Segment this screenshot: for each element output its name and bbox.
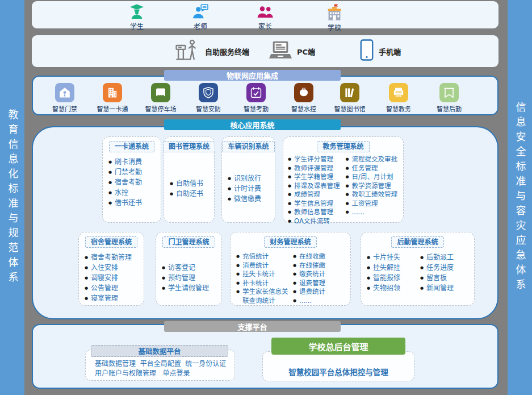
terminal-label: PC端 xyxy=(297,46,315,57)
system-item: ●...... xyxy=(293,297,349,306)
system-item-list: ●访客登记●预约管理●学生请假管理 xyxy=(162,263,220,293)
bullet-icon: ● xyxy=(367,283,370,293)
system-item-list: ●学生评分管理●教师评课管理●学生学籍管理●排课及课表管理●成绩管理●学生信息管… xyxy=(288,155,345,226)
system-card: 后勤管理系统 ●卡片挂失●挂失解挂●智能报修●失物招领●后勤派工●任务进度●留言… xyxy=(361,232,475,306)
system-item: ●消费统计 xyxy=(236,261,292,271)
iot-item: 智慧停车场 xyxy=(139,83,183,113)
bullet-icon: ● xyxy=(228,194,231,204)
system-item: ●挂失解挂 xyxy=(367,263,419,273)
bullet-icon: ● xyxy=(170,189,173,199)
iot-label: 智慧教务 xyxy=(376,104,421,113)
school-backend-card: 智慧校园平台总体把控与管理 xyxy=(262,351,414,381)
system-item: ●成绩管理 xyxy=(288,190,345,199)
user-item: 学生 xyxy=(116,3,157,31)
phone-icon xyxy=(360,39,374,63)
bullet-icon: ● xyxy=(228,173,231,184)
system-card: 教务管理系统 ●学生评分管理●教师评课管理●学生学籍管理●排课及课表管理●成绩管… xyxy=(283,136,404,223)
iot-section: 智慧门禁 智慧一卡通 智慧停车场 智慧安防 智慧考勤 智慧水控 智慧图书馆 智慧… xyxy=(32,76,499,115)
terminal-label: 手机端 xyxy=(379,46,401,57)
system-item: ●后勤派工 xyxy=(420,252,472,263)
core-header-label: 核心应用系统 xyxy=(230,119,274,130)
bullet-icon: ● xyxy=(293,252,296,261)
terminals-section: 自助服务终端 PC端 手机端 xyxy=(32,35,499,67)
system-card-body: ●刷卡消费●门禁考勤●宿舍考勤●水控●借书还书 xyxy=(103,152,161,222)
bullet-icon: ● xyxy=(108,188,112,198)
system-item-list: ●在线收缴●在线催缴●缴费统计●退费管理●退费统计●...... xyxy=(293,252,349,305)
system-card-title: 车辆识别系统 xyxy=(222,141,274,152)
system-item: ●寝室管理 xyxy=(85,293,142,303)
iot-item: 智慧后勤 xyxy=(427,83,471,113)
iot-header-tab: 物联网应用集成 xyxy=(164,70,341,81)
bullet-icon: ● xyxy=(162,273,165,283)
system-item: ●学生学籍管理 xyxy=(288,173,345,182)
iot-item: 智慧教务 xyxy=(376,83,421,113)
system-item: ●任务进度 xyxy=(420,263,472,273)
bullet-icon: ● xyxy=(85,263,88,273)
books-icon xyxy=(340,83,359,102)
system-card-title: 门卫管理系统 xyxy=(162,236,215,248)
system-card-title: 教务管理系统 xyxy=(317,141,369,152)
basic-platform-line: 基础数据管理 平台全局配置 统一身份认证 xyxy=(95,359,230,369)
user-label: 老师 xyxy=(180,21,221,31)
user-label: 学生 xyxy=(116,21,157,31)
system-card-title: 一卡通系统 xyxy=(109,141,154,152)
system-item-list: ●识别放行●计时计费●微信缴费 xyxy=(228,173,273,204)
iot-label: 智慧水控 xyxy=(282,104,326,113)
system-item: ●在线收缴 xyxy=(293,252,349,261)
iot-label: 智慧图书馆 xyxy=(328,104,372,113)
system-item-list: ●刷卡消费●门禁考勤●宿舍考勤●水控●借书还书 xyxy=(108,157,159,220)
system-item: ●计时计费 xyxy=(228,184,273,194)
bullet-icon: ● xyxy=(420,252,424,263)
bullet-icon: ● xyxy=(346,182,349,191)
bullet-icon: ● xyxy=(346,173,349,182)
system-item: ●识别放行 xyxy=(228,173,273,184)
system-card: 门卫管理系统 ●访客登记●预约管理●学生请假管理 xyxy=(156,232,222,306)
system-item: ●新闻管理 xyxy=(420,283,472,293)
system-card-body: ●学生评分管理●教师评课管理●学生学籍管理●排课及课表管理●成绩管理●学生信息管… xyxy=(283,152,403,227)
bullet-icon: ● xyxy=(236,261,240,271)
user-item: 家长 xyxy=(245,3,286,31)
system-item: ●入住安排 xyxy=(85,263,142,273)
system-item: ●访客登记 xyxy=(162,263,220,273)
bullet-icon: ● xyxy=(288,182,291,191)
system-item: ●教职工绩效管理 xyxy=(346,190,403,199)
system-card-body: ●识别放行●计时计费●微信缴费 xyxy=(222,152,275,222)
system-item: ●教学资源管理 xyxy=(346,182,403,191)
iot-header-label: 物联网应用集成 xyxy=(227,70,278,81)
system-item-list: ●卡片挂失●挂失解挂●智能报修●失物招领 xyxy=(367,252,419,303)
system-card-title: 宿舍管理系统 xyxy=(85,236,137,248)
left-sidebar: 教育信息化标准与规范体系 xyxy=(0,0,24,395)
iot-label: 智慧后勤 xyxy=(427,104,471,113)
iot-label: 智慧安防 xyxy=(186,104,231,113)
bullet-icon: ● xyxy=(288,173,291,182)
user-item: 学校 xyxy=(314,3,355,32)
bullet-icon: ● xyxy=(293,297,296,306)
laptop-icon xyxy=(269,40,292,62)
iot-label: 智慧门禁 xyxy=(43,104,87,113)
system-item: ●学生信息管理 xyxy=(288,199,345,209)
bullet-icon: ● xyxy=(85,252,88,263)
right-sidebar-label: 信息安全标准与容灾应急体系 xyxy=(513,102,527,294)
system-item: ●学生评分管理 xyxy=(288,155,345,164)
system-item: ●流程提交及审批 xyxy=(346,155,403,164)
left-sidebar-label: 教育信息化标准与规范体系 xyxy=(5,109,20,286)
basic-data-platform-title: 基础数据平台 xyxy=(91,345,228,357)
system-item: ●自助借书 xyxy=(170,178,212,189)
bullet-icon: ● xyxy=(85,293,88,303)
system-item: ●宿舍考勤管理 xyxy=(85,252,142,263)
system-item: ●借书还书 xyxy=(108,198,159,208)
system-item: ●卡片挂失 xyxy=(367,252,419,263)
core-header-tab: 核心应用系统 xyxy=(164,119,341,130)
bullet-icon: ● xyxy=(288,199,291,209)
system-item: ●OA文件流转 xyxy=(288,217,345,226)
support-section: 基础数据平台 基础数据管理 平台全局配置 统一身份认证 用户账户与权限管理 单点… xyxy=(32,324,499,389)
bullet-icon: ● xyxy=(346,199,349,209)
terminal-item: 手机端 xyxy=(360,35,401,67)
bullet-icon: ● xyxy=(85,273,88,283)
iot-label: 智慧一卡通 xyxy=(90,104,135,113)
shield-icon xyxy=(199,83,218,102)
iot-item: 智慧图书馆 xyxy=(328,83,372,113)
system-item: ●调寝安排 xyxy=(85,273,142,283)
parents-icon xyxy=(245,3,286,20)
bullet-icon: ● xyxy=(293,261,296,271)
